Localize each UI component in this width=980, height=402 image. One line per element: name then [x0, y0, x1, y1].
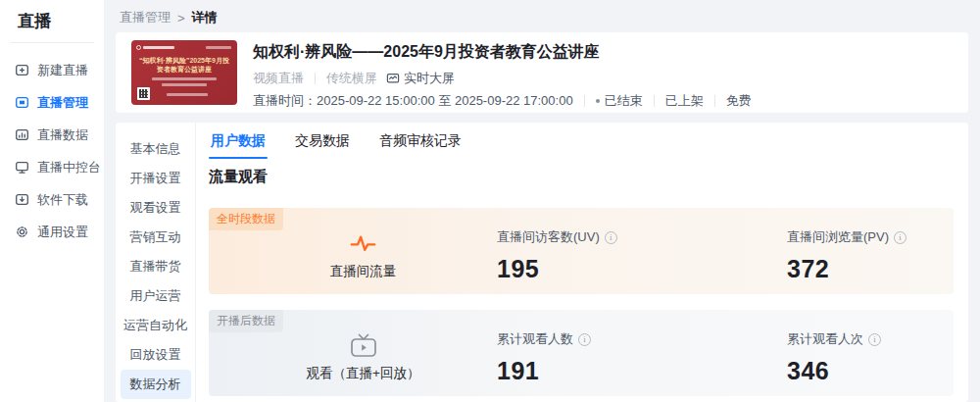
metric-label: 累计观看人次 — [787, 330, 863, 348]
status-ended: 已结束 — [605, 92, 643, 110]
metric-label-row: 累计观看人数 — [497, 330, 591, 348]
download-icon — [15, 192, 29, 207]
time-value: 2025-09-22 15:00:00 至 2025-09-22 17:00:0… — [317, 92, 573, 110]
tab-trade-data[interactable]: 交易数据 — [293, 123, 352, 159]
traffic-label: 直播间流量 — [302, 263, 424, 280]
detail-nav-user-ops[interactable]: 用户运营 — [121, 281, 191, 311]
breadcrumb: 直播管理 > 详情 — [120, 9, 218, 26]
poster-title: “知权利·辨风险”2025年9月投资者教育公益讲座 — [131, 56, 237, 74]
info-icon[interactable] — [605, 231, 617, 244]
detail-nav-ecommerce[interactable]: 直播带货 — [121, 252, 191, 281]
metric-value: 191 — [497, 357, 591, 385]
metric-pv: 直播间浏览量(PV) 372 — [787, 228, 906, 283]
divider — [584, 95, 585, 107]
time-label: 直播时间： — [253, 92, 317, 110]
watch-block: 观看（直播+回放） — [302, 332, 424, 382]
poster-subtitle-line — [162, 83, 207, 86]
breadcrumb-current: 详情 — [192, 9, 218, 26]
poster-subtitle-line — [152, 77, 217, 80]
section-title: 流量观看 — [209, 168, 268, 186]
detail-nav-automation[interactable]: 运营自动化 — [121, 311, 191, 340]
metric-label-row: 累计观看人次 — [787, 330, 881, 348]
sidebar-divider — [10, 42, 94, 43]
metric-label-row: 直播间访客数(UV) — [497, 228, 617, 246]
sidebar-item-console[interactable]: 直播中控台 — [0, 151, 104, 183]
live-meta-row: 视频直播 传统横屏 实时大屏 — [253, 70, 455, 87]
metric-value: 372 — [787, 255, 906, 283]
detail-nav-data-analysis[interactable]: 数据分析 — [121, 370, 191, 399]
screen-icon — [386, 72, 400, 85]
live-manage-icon — [15, 95, 29, 110]
detail-nav-marketing[interactable]: 营销互动 — [121, 223, 191, 252]
sidebar-item-label: 新建直播 — [37, 62, 88, 79]
poster-logo — [136, 45, 174, 50]
tab-user-data[interactable]: 用户数据 — [209, 123, 268, 159]
live-time-row: 直播时间： 2025-09-22 15:00:00 至 2025-09-22 1… — [253, 92, 752, 110]
divider — [654, 95, 655, 107]
breadcrumb-parent[interactable]: 直播管理 — [120, 9, 171, 26]
divider — [714, 95, 715, 107]
poster-header-text — [206, 46, 231, 49]
sidebar-item-label: 直播管理 — [37, 94, 88, 112]
realtime-dashboard-label: 实时大屏 — [404, 70, 455, 87]
sidebar-item-settings[interactable]: 通用设置 — [0, 216, 104, 248]
live-title: 知权利·辨风险——2025年9月投资者教育公益讲座 — [253, 42, 600, 63]
sidebar-item-label: 通用设置 — [37, 224, 88, 241]
metric-value: 346 — [787, 357, 881, 385]
new-live-icon — [15, 63, 29, 77]
detail-nav: 基本信息 开播设置 观看设置 营销互动 直播带货 用户运营 运营自动化 回放设置… — [116, 123, 196, 402]
live-orientation-tag: 传统横屏 — [326, 70, 377, 87]
watch-label: 观看（直播+回放） — [302, 365, 424, 382]
tv-icon — [302, 332, 424, 359]
sidebar-item-live-manage[interactable]: 直播管理 — [0, 86, 104, 119]
metric-views: 累计观看人次 346 — [787, 330, 881, 385]
detail-nav-replay[interactable]: 回放设置 — [121, 340, 191, 370]
breadcrumb-separator-icon: > — [177, 11, 185, 25]
divider — [315, 73, 316, 84]
panel-after-broadcast-data: 开播后数据 观看（直播+回放） 累计观看人数 191 累计观看人次 — [209, 310, 954, 396]
info-icon[interactable] — [894, 231, 906, 244]
panel-badge: 全时段数据 — [209, 208, 283, 230]
qr-code — [137, 87, 150, 100]
detail-nav-watch-config[interactable]: 观看设置 — [121, 193, 191, 223]
sidebar-item-label: 直播中控台 — [37, 159, 101, 176]
live-traffic-block: 直播间流量 — [302, 230, 424, 280]
live-poster-thumbnail[interactable]: “知权利·辨风险”2025年9月投资者教育公益讲座 — [131, 40, 237, 105]
realtime-dashboard-link[interactable]: 实时大屏 — [386, 70, 455, 87]
poster-header — [131, 40, 237, 50]
live-data-icon — [15, 127, 29, 142]
app-sidebar: 直播 新建直播 直播管理 直播数据 直播中控台 — [0, 0, 104, 402]
poster-footer-text — [167, 93, 208, 96]
detail-nav-start-config[interactable]: 开播设置 — [121, 164, 191, 193]
status-dot — [596, 99, 600, 103]
console-icon — [15, 160, 29, 175]
info-icon[interactable] — [868, 333, 881, 346]
status-listed: 已上架 — [665, 92, 704, 110]
sidebar-item-live-data[interactable]: 直播数据 — [0, 119, 104, 151]
pulse-icon — [302, 230, 424, 257]
panel-badge: 开播后数据 — [209, 310, 283, 332]
metric-viewers: 累计观看人数 191 — [497, 330, 591, 385]
sidebar-item-download[interactable]: 软件下载 — [0, 183, 104, 216]
metric-value: 195 — [497, 255, 617, 283]
data-tabs: 用户数据 交易数据 音频审核记录 — [209, 123, 464, 159]
live-type-tag: 视频直播 — [253, 70, 304, 87]
status-free: 免费 — [726, 92, 752, 110]
sidebar-item-label: 软件下载 — [37, 191, 88, 209]
sidebar-item-new-live[interactable]: 新建直播 — [0, 54, 104, 86]
settings-icon — [15, 225, 29, 239]
sidebar-item-label: 直播数据 — [37, 126, 88, 144]
metric-label: 直播间访客数(UV) — [497, 228, 600, 246]
metric-uv: 直播间访客数(UV) 195 — [497, 228, 617, 283]
metric-label-row: 直播间浏览量(PV) — [787, 228, 906, 246]
tab-audio-review[interactable]: 音频审核记录 — [377, 123, 464, 159]
detail-nav-basic-info[interactable]: 基本信息 — [121, 134, 191, 164]
app-title: 直播 — [0, 0, 104, 32]
metric-label: 累计观看人数 — [497, 330, 573, 348]
info-icon[interactable] — [578, 333, 591, 346]
metric-label: 直播间浏览量(PV) — [787, 228, 889, 246]
panel-all-time-data: 全时段数据 直播间流量 直播间访客数(UV) 195 直播间浏览量(PV) 37… — [209, 208, 954, 294]
live-summary-card: “知权利·辨风险”2025年9月投资者教育公益讲座 知权利·辨风险——2025年… — [116, 32, 968, 113]
detail-card: 基本信息 开播设置 观看设置 营销互动 直播带货 用户运营 运营自动化 回放设置… — [116, 123, 968, 402]
